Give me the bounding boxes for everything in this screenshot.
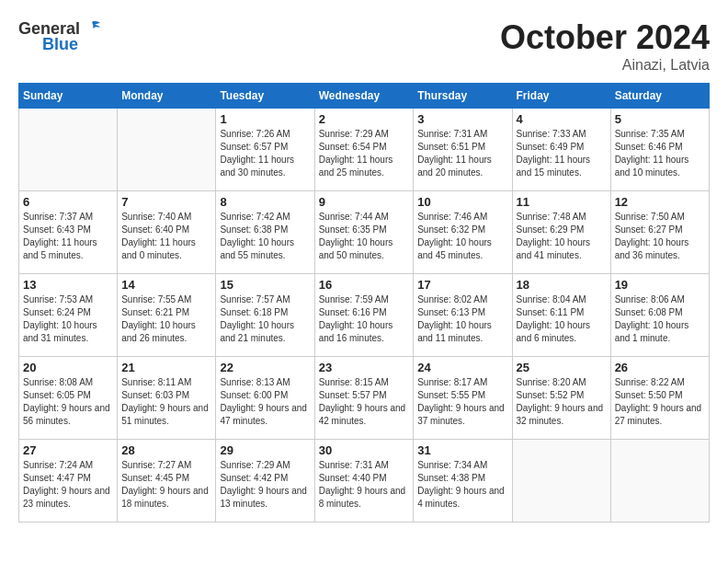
calendar-week-1: 6Sunrise: 7:37 AMSunset: 6:43 PMDaylight… xyxy=(19,191,710,274)
day-header-friday: Friday xyxy=(512,84,610,109)
logo-bird-icon xyxy=(82,18,102,39)
day-number: 21 xyxy=(121,361,211,374)
day-header-wednesday: Wednesday xyxy=(314,84,414,109)
calendar-cell: 24Sunrise: 8:17 AMSunset: 5:55 PMDayligh… xyxy=(414,357,512,440)
day-info: Sunrise: 8:17 AMSunset: 5:55 PMDaylight:… xyxy=(417,376,507,428)
day-header-saturday: Saturday xyxy=(610,84,709,109)
calendar-week-0: 1Sunrise: 7:26 AMSunset: 6:57 PMDaylight… xyxy=(19,109,710,191)
calendar-cell: 5Sunrise: 7:35 AMSunset: 6:46 PMDaylight… xyxy=(610,109,709,191)
day-number: 18 xyxy=(517,278,607,292)
day-number: 10 xyxy=(417,195,507,209)
calendar-cell: 3Sunrise: 7:31 AMSunset: 6:51 PMDaylight… xyxy=(414,109,512,191)
day-info: Sunrise: 7:59 AMSunset: 6:16 PMDaylight:… xyxy=(319,293,410,345)
calendar-title: October 2024 xyxy=(500,18,710,57)
day-info: Sunrise: 8:15 AMSunset: 5:57 PMDaylight:… xyxy=(319,376,410,428)
day-info: Sunrise: 7:44 AMSunset: 6:35 PMDaylight:… xyxy=(319,211,410,262)
days-header-row: SundayMondayTuesdayWednesdayThursdayFrid… xyxy=(19,84,710,109)
day-info: Sunrise: 7:31 AMSunset: 4:40 PMDaylight:… xyxy=(319,459,410,511)
day-info: Sunrise: 7:40 AMSunset: 6:40 PMDaylight:… xyxy=(121,211,211,262)
day-info: Sunrise: 7:34 AMSunset: 4:38 PMDaylight:… xyxy=(417,459,507,511)
day-info: Sunrise: 7:42 AMSunset: 6:38 PMDaylight:… xyxy=(220,211,310,262)
day-number: 28 xyxy=(121,443,211,457)
day-header-tuesday: Tuesday xyxy=(216,84,314,109)
calendar-location: Ainazi, Latvia xyxy=(500,57,710,74)
day-info: Sunrise: 8:08 AMSunset: 6:05 PMDaylight:… xyxy=(23,376,113,428)
day-info: Sunrise: 8:06 AMSunset: 6:08 PMDaylight:… xyxy=(615,293,705,345)
day-info: Sunrise: 7:35 AMSunset: 6:46 PMDaylight:… xyxy=(615,128,705,179)
day-number: 27 xyxy=(23,443,113,457)
calendar-cell: 16Sunrise: 7:59 AMSunset: 6:16 PMDayligh… xyxy=(314,274,414,357)
logo-blue-text: Blue xyxy=(42,35,78,54)
calendar-cell: 12Sunrise: 7:50 AMSunset: 6:27 PMDayligh… xyxy=(610,191,709,274)
calendar-cell: 28Sunrise: 7:27 AMSunset: 4:45 PMDayligh… xyxy=(118,440,216,523)
day-info: Sunrise: 8:20 AMSunset: 5:52 PMDaylight:… xyxy=(517,376,607,428)
day-number: 9 xyxy=(319,195,410,209)
calendar-cell: 23Sunrise: 8:15 AMSunset: 5:57 PMDayligh… xyxy=(314,357,414,440)
day-info: Sunrise: 8:02 AMSunset: 6:13 PMDaylight:… xyxy=(417,293,507,345)
day-number: 11 xyxy=(517,195,607,209)
calendar-cell: 9Sunrise: 7:44 AMSunset: 6:35 PMDaylight… xyxy=(314,191,414,274)
day-number: 12 xyxy=(615,195,705,209)
day-number: 24 xyxy=(417,361,507,374)
calendar-cell: 6Sunrise: 7:37 AMSunset: 6:43 PMDaylight… xyxy=(19,191,118,274)
logo: General Blue xyxy=(18,18,102,54)
calendar-cell: 26Sunrise: 8:22 AMSunset: 5:50 PMDayligh… xyxy=(610,357,709,440)
day-number: 16 xyxy=(319,278,410,292)
day-info: Sunrise: 7:48 AMSunset: 6:29 PMDaylight:… xyxy=(517,211,607,262)
calendar-cell xyxy=(118,109,216,191)
day-number: 20 xyxy=(23,361,113,374)
calendar-cell: 29Sunrise: 7:29 AMSunset: 4:42 PMDayligh… xyxy=(216,440,314,523)
calendar-cell: 17Sunrise: 8:02 AMSunset: 6:13 PMDayligh… xyxy=(414,274,512,357)
day-number: 17 xyxy=(417,278,507,292)
day-number: 31 xyxy=(417,443,507,457)
day-info: Sunrise: 7:26 AMSunset: 6:57 PMDaylight:… xyxy=(220,128,310,179)
day-number: 22 xyxy=(220,361,310,374)
day-info: Sunrise: 7:50 AMSunset: 6:27 PMDaylight:… xyxy=(615,211,705,262)
day-info: Sunrise: 8:13 AMSunset: 6:00 PMDaylight:… xyxy=(220,376,310,428)
day-number: 15 xyxy=(220,278,310,292)
calendar-cell: 27Sunrise: 7:24 AMSunset: 4:47 PMDayligh… xyxy=(19,440,118,523)
day-info: Sunrise: 7:46 AMSunset: 6:32 PMDaylight:… xyxy=(417,211,507,262)
day-number: 26 xyxy=(615,361,705,374)
day-number: 6 xyxy=(23,195,113,209)
day-header-sunday: Sunday xyxy=(19,84,118,109)
day-info: Sunrise: 8:22 AMSunset: 5:50 PMDaylight:… xyxy=(615,376,705,428)
calendar-cell xyxy=(610,440,709,523)
calendar-week-2: 13Sunrise: 7:53 AMSunset: 6:24 PMDayligh… xyxy=(19,274,710,357)
day-info: Sunrise: 7:24 AMSunset: 4:47 PMDaylight:… xyxy=(23,459,113,511)
calendar-cell: 31Sunrise: 7:34 AMSunset: 4:38 PMDayligh… xyxy=(414,440,512,523)
calendar-cell: 22Sunrise: 8:13 AMSunset: 6:00 PMDayligh… xyxy=(216,357,314,440)
calendar-cell: 1Sunrise: 7:26 AMSunset: 6:57 PMDaylight… xyxy=(216,109,314,191)
day-number: 29 xyxy=(220,443,310,457)
day-info: Sunrise: 7:27 AMSunset: 4:45 PMDaylight:… xyxy=(121,459,211,511)
day-info: Sunrise: 7:29 AMSunset: 6:54 PMDaylight:… xyxy=(319,128,410,179)
day-number: 7 xyxy=(121,195,211,209)
page-header: General Blue October 2024 Ainazi, Latvia xyxy=(18,18,710,74)
calendar-body: 1Sunrise: 7:26 AMSunset: 6:57 PMDaylight… xyxy=(19,109,710,523)
calendar-cell: 10Sunrise: 7:46 AMSunset: 6:32 PMDayligh… xyxy=(414,191,512,274)
day-number: 19 xyxy=(615,278,705,292)
day-number: 23 xyxy=(319,361,410,374)
day-number: 30 xyxy=(319,443,410,457)
day-info: Sunrise: 8:04 AMSunset: 6:11 PMDaylight:… xyxy=(517,293,607,345)
calendar-cell: 20Sunrise: 8:08 AMSunset: 6:05 PMDayligh… xyxy=(19,357,118,440)
title-block: October 2024 Ainazi, Latvia xyxy=(500,18,710,74)
day-info: Sunrise: 7:37 AMSunset: 6:43 PMDaylight:… xyxy=(23,211,113,262)
calendar-cell: 8Sunrise: 7:42 AMSunset: 6:38 PMDaylight… xyxy=(216,191,314,274)
calendar-cell xyxy=(512,440,610,523)
day-info: Sunrise: 7:53 AMSunset: 6:24 PMDaylight:… xyxy=(23,293,113,345)
calendar-cell: 30Sunrise: 7:31 AMSunset: 4:40 PMDayligh… xyxy=(314,440,414,523)
day-number: 1 xyxy=(220,112,310,126)
day-info: Sunrise: 7:55 AMSunset: 6:21 PMDaylight:… xyxy=(121,293,211,345)
day-info: Sunrise: 7:29 AMSunset: 4:42 PMDaylight:… xyxy=(220,459,310,511)
day-info: Sunrise: 7:57 AMSunset: 6:18 PMDaylight:… xyxy=(220,293,310,345)
calendar-cell xyxy=(19,109,118,191)
calendar-cell: 15Sunrise: 7:57 AMSunset: 6:18 PMDayligh… xyxy=(216,274,314,357)
day-info: Sunrise: 7:33 AMSunset: 6:49 PMDaylight:… xyxy=(517,128,607,179)
calendar-week-3: 20Sunrise: 8:08 AMSunset: 6:05 PMDayligh… xyxy=(19,357,710,440)
calendar-cell: 18Sunrise: 8:04 AMSunset: 6:11 PMDayligh… xyxy=(512,274,610,357)
day-number: 3 xyxy=(417,112,507,126)
day-header-monday: Monday xyxy=(118,84,216,109)
day-number: 5 xyxy=(615,112,705,126)
calendar-cell: 25Sunrise: 8:20 AMSunset: 5:52 PMDayligh… xyxy=(512,357,610,440)
